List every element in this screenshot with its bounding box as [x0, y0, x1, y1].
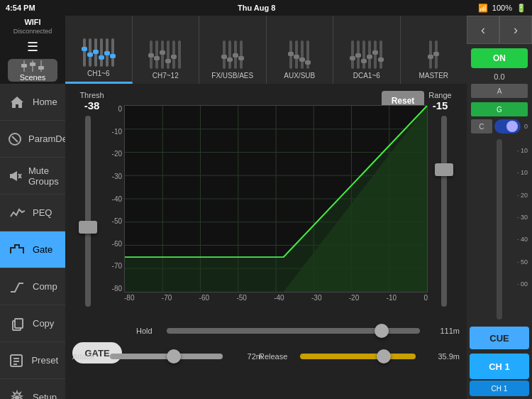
- svg-marker-6: [11, 97, 23, 108]
- tab-label-ch7-12: CH7~12: [153, 72, 179, 80]
- channel-strip: CH1~6 CH7~12 FX/USB/AES: [65, 16, 467, 84]
- status-bar: 4:54 PM Thu Aug 8 📶 100% 🔋: [0, 0, 532, 16]
- tab-label-dca1-6: DCA1~6: [353, 72, 380, 80]
- meter-labels: · 10 · 10 · 20 · 30 · 40 · 50 · 00: [517, 139, 528, 295]
- on-button[interactable]: ON: [471, 48, 528, 68]
- range-slider[interactable]: [437, 116, 451, 307]
- range-thumb[interactable]: [435, 163, 453, 176]
- tab-label-ch1-6: CH1~6: [87, 70, 109, 77]
- cue-label: CUE: [489, 333, 509, 344]
- attack-thumb[interactable]: [167, 349, 181, 364]
- tab-ch7-12[interactable]: CH7~12: [133, 16, 200, 84]
- sidebar-label-mute: Mute Groups: [28, 165, 59, 187]
- status-right: 📶 100% 🔋: [478, 4, 526, 13]
- tab-label-fx-usb: FX/USB/AES: [211, 72, 253, 80]
- cue-button[interactable]: CUE: [470, 327, 529, 349]
- sidebar-label-comp: Comp: [33, 281, 57, 292]
- tab-ch1-6[interactable]: CH1~6: [65, 16, 133, 84]
- hamburger-icon[interactable]: ☰: [27, 39, 38, 55]
- scenes-label: Scenes: [20, 73, 46, 82]
- toggle-value: 0: [524, 123, 528, 130]
- nav-right-arrow[interactable]: ›: [499, 16, 532, 44]
- nav-left-arrow[interactable]: ‹: [467, 16, 499, 44]
- wifi-icon: 📶: [478, 4, 488, 13]
- svg-rect-14: [15, 319, 23, 328]
- ch7-12-faders: [147, 26, 184, 69]
- sidebar-label-copy: Copy: [33, 318, 54, 329]
- sidebar-item-comp[interactable]: Comp: [0, 268, 65, 305]
- peq-icon: [7, 203, 27, 223]
- ch1-badge[interactable]: CH 1: [470, 354, 529, 379]
- graph-container: 0 -10 -20 -30 -40 -50 -60 -70 -80: [104, 105, 428, 314]
- comp-icon: [7, 277, 27, 297]
- copy-icon: [7, 314, 27, 334]
- scenes-button[interactable]: Scenes: [8, 59, 57, 82]
- sidebar-item-preset[interactable]: Preset: [0, 342, 65, 379]
- tab-label-aux-sub: AUX/SUB: [284, 72, 315, 80]
- right-panel: ‹ › ON 0.0 A G C 0 · 10 · 10 · 20: [467, 16, 532, 399]
- hold-thumb[interactable]: [375, 324, 389, 338]
- c-label: C: [479, 123, 484, 131]
- sidebar-item-setup[interactable]: Setup: [0, 379, 65, 399]
- attack-value: 72m: [234, 352, 262, 361]
- preset-icon: [7, 351, 26, 371]
- sidebar-label-gate: Gate: [33, 244, 52, 255]
- svg-line-8: [12, 136, 18, 142]
- status-day: Thu Aug 8: [238, 4, 275, 12]
- main-content: Reset Thresh -38 Range -15 0 -10 -20 -30…: [65, 84, 467, 399]
- c-button[interactable]: C: [471, 119, 492, 133]
- sidebar-item-param[interactable]: ParamDefault: [0, 121, 65, 158]
- sidebar-item-copy[interactable]: Copy: [0, 305, 65, 342]
- tab-fx-usb[interactable]: FX/USB/AES: [199, 16, 267, 84]
- hold-value: 111m: [431, 327, 460, 335]
- g-label: G: [497, 106, 502, 114]
- a-button[interactable]: A: [471, 84, 528, 98]
- sidebar-item-mute[interactable]: Mute Groups: [0, 158, 65, 195]
- hold-label: Hold: [136, 327, 161, 335]
- attack-slider[interactable]: [110, 354, 223, 359]
- reset-label: Reset: [392, 96, 415, 106]
- svg-rect-5: [38, 66, 44, 70]
- ch1-sub-badge: CH 1: [470, 381, 529, 396]
- home-icon: [7, 92, 27, 112]
- release-label: Release: [259, 352, 294, 361]
- dca1-6-faders: [348, 26, 385, 69]
- toggle-button[interactable]: [494, 119, 521, 133]
- g-button[interactable]: G: [471, 102, 528, 116]
- gc-row: G: [467, 101, 532, 118]
- left-arrow-icon: ‹: [481, 23, 485, 38]
- attack-label: Attack: [72, 352, 104, 361]
- release-slider[interactable]: [300, 354, 416, 359]
- hold-slider[interactable]: [167, 328, 420, 334]
- tab-master[interactable]: MASTER: [401, 16, 467, 84]
- ab-row: A: [467, 81, 532, 101]
- toggle-knob: [506, 121, 518, 132]
- thresh-thumb[interactable]: [79, 221, 97, 234]
- aux-sub-faders: [287, 26, 312, 69]
- sidebar-item-gate[interactable]: Gate: [0, 231, 65, 268]
- gate-graph: [124, 105, 428, 293]
- tab-dca1-6[interactable]: DCA1~6: [333, 16, 401, 84]
- thresh-slider[interactable]: [81, 116, 95, 307]
- sidebar-label-home: Home: [33, 97, 57, 107]
- sidebar-item-peq[interactable]: PEQ: [0, 195, 65, 231]
- main-fader-track[interactable]: [497, 139, 502, 319]
- thresh-label: Thresh: [72, 91, 111, 99]
- y-axis: 0 -10 -20 -30 -40 -50 -60 -70 -80: [104, 105, 122, 293]
- a-label: A: [497, 87, 502, 95]
- gate-icon: [7, 240, 27, 260]
- svg-marker-9: [10, 174, 12, 178]
- mute-icon: [7, 166, 23, 186]
- sidebar-top: WIFI Disconnected ☰ Scenes: [0, 16, 65, 84]
- fx-usb-faders: [220, 26, 245, 69]
- tab-aux-sub[interactable]: AUX/SUB: [267, 16, 334, 84]
- battery-level: 100%: [492, 4, 512, 12]
- sidebar-item-home[interactable]: Home: [0, 84, 65, 121]
- attack-row: Attack 72m: [72, 352, 262, 361]
- battery-icon: 🔋: [516, 4, 526, 13]
- hold-row: Hold 111m: [136, 327, 460, 335]
- ch1-label: CH 1: [489, 361, 510, 372]
- svg-rect-1: [21, 64, 27, 67]
- sidebar-label-peq: PEQ: [33, 207, 52, 218]
- release-thumb[interactable]: [377, 349, 391, 364]
